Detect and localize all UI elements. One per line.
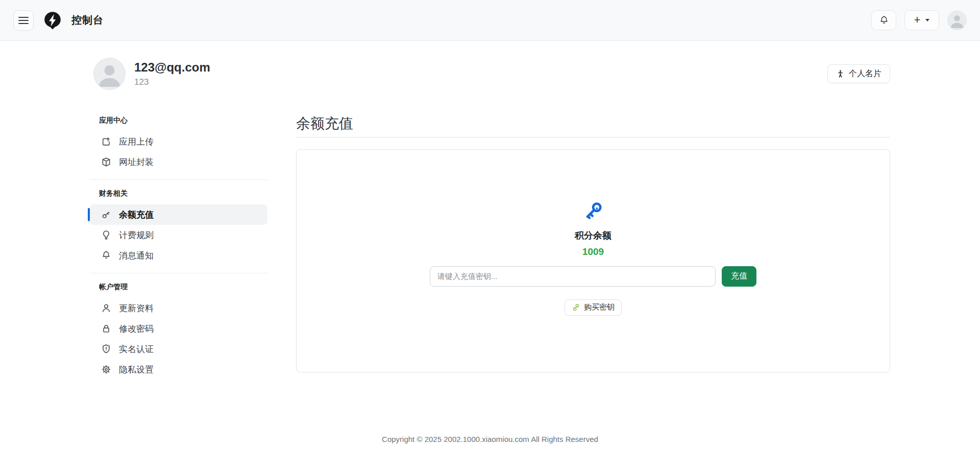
sidebar-item-change-password[interactable]: 修改密码	[90, 318, 267, 339]
sidebar-section-finance: 财务相关	[99, 189, 267, 198]
app-logo-lightning-icon[interactable]	[43, 11, 62, 30]
sidebar-item-realname-verification[interactable]: 实名认证	[90, 339, 267, 359]
sidebar-section-app-center: 应用中心	[99, 116, 267, 125]
sidebar-divider	[90, 179, 267, 180]
balance-value: 1009	[582, 246, 604, 257]
box-arrow-up-icon	[101, 136, 111, 147]
link-icon	[572, 303, 580, 312]
bell-icon	[101, 250, 111, 261]
buy-key-button-label: 购买密钥	[584, 302, 615, 312]
sidebar-item-privacy-settings[interactable]: 隐私设置	[90, 359, 267, 380]
menu-toggle-button[interactable]	[13, 10, 34, 31]
sidebar-item-label: 余额充值	[119, 209, 154, 221]
gear-icon	[101, 364, 111, 375]
sidebar-item-label: 实名认证	[119, 343, 154, 355]
person-icon	[101, 303, 111, 313]
sidebar-item-app-upload[interactable]: 应用上传	[90, 131, 267, 152]
cube-icon	[101, 157, 111, 167]
profile-header: 123@qq.com 123 个人名片	[90, 58, 890, 90]
title-divider	[296, 137, 890, 137]
person-standing-icon	[836, 69, 845, 78]
app-title: 控制台	[71, 13, 104, 27]
top-navbar: 控制台 +	[0, 0, 980, 41]
shield-exclamation-icon	[101, 344, 111, 354]
key-icon	[101, 209, 111, 220]
new-item-dropdown-button[interactable]: +	[904, 10, 939, 30]
sidebar-item-label: 隐私设置	[119, 364, 154, 376]
recharge-key-input[interactable]	[430, 266, 716, 287]
recharge-button[interactable]: 充值	[722, 266, 756, 287]
avatar-placeholder-icon	[94, 58, 125, 89]
sidebar-item-label: 更新资料	[119, 302, 154, 314]
balance-label: 积分余额	[575, 230, 611, 241]
profile-avatar	[93, 58, 126, 90]
sidebar-item-balance-recharge[interactable]: 余额充值	[90, 204, 267, 225]
notifications-button[interactable]	[871, 10, 896, 30]
sidebar-item-update-profile[interactable]: 更新资料	[90, 298, 267, 318]
sidebar-item-label: 修改密码	[119, 323, 154, 335]
plus-icon: +	[914, 14, 921, 26]
main-panel: 余额充值 积分余额 1009 充值	[296, 116, 890, 372]
avatar-placeholder-icon	[948, 11, 966, 30]
sidebar: 应用中心 应用上传 网址封装 财务相关	[90, 116, 267, 380]
sidebar-item-url-packaging[interactable]: 网址封装	[90, 152, 267, 172]
sidebar-item-billing-rules[interactable]: 计费规则	[90, 225, 267, 245]
copyright-footer: Copyright © 2025 2002.1000.xiaomiou.com …	[90, 435, 890, 443]
sidebar-section-account: 帐户管理	[99, 283, 267, 292]
profile-email: 123@qq.com	[134, 60, 210, 75]
recharge-card: 积分余额 1009 充值 购买密钥	[296, 149, 890, 372]
key-icon	[582, 200, 604, 222]
chevron-down-icon	[925, 19, 929, 21]
page-title: 余额充值	[296, 116, 890, 132]
buy-key-button[interactable]: 购买密钥	[565, 299, 622, 316]
personal-namecard-button[interactable]: 个人名片	[827, 64, 890, 83]
navbar-avatar[interactable]	[947, 11, 967, 30]
profile-username: 123	[134, 77, 210, 87]
sidebar-item-label: 计费规则	[119, 229, 154, 241]
lock-icon	[101, 323, 111, 334]
sidebar-item-label: 消息通知	[119, 250, 154, 262]
sidebar-item-label: 网址封装	[119, 156, 154, 168]
sidebar-divider	[90, 273, 267, 273]
bell-icon	[879, 15, 889, 26]
namecard-button-label: 个人名片	[849, 68, 881, 79]
sidebar-item-notifications[interactable]: 消息通知	[90, 245, 267, 266]
sidebar-item-label: 应用上传	[119, 136, 154, 148]
lightbulb-icon	[101, 230, 111, 240]
